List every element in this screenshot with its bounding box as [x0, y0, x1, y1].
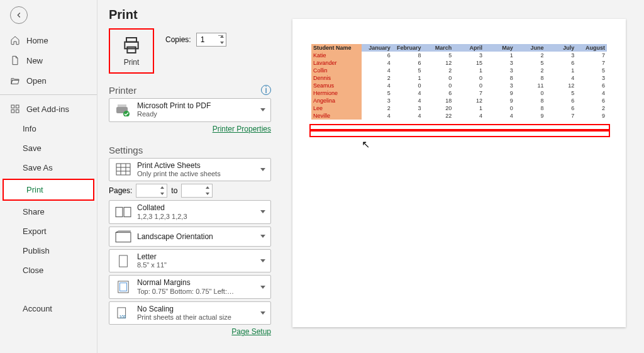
svg-rect-2: [11, 109, 14, 113]
value-cell: 0: [453, 74, 484, 82]
nav-home[interactable]: Home: [0, 30, 97, 50]
svg-rect-6: [127, 47, 135, 53]
nav-export[interactable]: Export: [0, 221, 97, 241]
value-cell: 6: [392, 59, 423, 67]
chevron-up-icon[interactable]: [220, 35, 224, 38]
value-cell: 15: [453, 59, 484, 67]
margins-dropdown[interactable]: Normal Margins Top: 0.75" Bottom: 0.75" …: [109, 275, 271, 299]
nav-info[interactable]: Info: [0, 119, 97, 138]
value-cell: 5: [546, 89, 577, 97]
value-cell: 2: [362, 104, 392, 112]
table-row: Collin45213215: [311, 67, 607, 74]
value-cell: 3: [576, 74, 607, 82]
info-icon[interactable]: i: [261, 85, 271, 95]
printer-status-icon: [114, 103, 132, 117]
value-cell: 1: [453, 67, 484, 74]
printer-properties-link[interactable]: Printer Properties: [213, 125, 271, 133]
table-row: Dennis21008843: [311, 74, 607, 82]
printer-dropdown[interactable]: Microsoft Print to PDF Ready: [109, 98, 271, 122]
nav-share[interactable]: Share: [0, 202, 97, 221]
value-cell: 12: [546, 82, 577, 89]
highlight-row-2: [309, 130, 610, 137]
preview-table: Student NameJanuaryFebruaryMarchAprilMay…: [311, 44, 607, 120]
pages-to-input[interactable]: [181, 184, 213, 198]
table-row: Seamus4000311126: [311, 82, 607, 89]
value-cell: 11: [515, 82, 546, 89]
backstage-nav: Home New Open Get Add-ins Info Save Save…: [0, 0, 97, 353]
svg-rect-11: [116, 207, 123, 216]
chevron-down-icon: [260, 235, 265, 238]
col-january: January: [362, 44, 392, 52]
value-cell: 5: [362, 89, 392, 97]
nav-save[interactable]: Save: [0, 138, 97, 158]
svg-rect-13: [116, 232, 131, 242]
value-cell: 1: [546, 67, 577, 74]
cursor-icon: ↖: [362, 138, 370, 150]
nav-close[interactable]: Close: [0, 261, 97, 280]
value-cell: 8: [484, 74, 515, 82]
nav-account[interactable]: Account: [0, 299, 97, 318]
value-cell: 18: [423, 97, 454, 104]
collate-dropdown[interactable]: Collated 1,2,3 1,2,3 1,2,3: [109, 200, 271, 224]
print-what-dropdown[interactable]: Print Active Sheets Only print the activ…: [109, 158, 271, 182]
chevron-down-icon[interactable]: [220, 42, 224, 44]
sheets-icon: [114, 162, 132, 176]
page-title: Print: [109, 8, 271, 22]
back-button[interactable]: [10, 6, 28, 24]
nav-save-as[interactable]: Save As: [0, 158, 97, 177]
student-name-cell: Neville: [311, 112, 362, 120]
table-row: Hermione54679054: [311, 89, 607, 97]
pages-range-row: Pages: to: [109, 184, 271, 198]
table-row: Angelina3418129866: [311, 97, 607, 104]
nav-publish[interactable]: Publish: [0, 241, 97, 261]
value-cell: 6: [546, 59, 577, 67]
col-august: August: [576, 44, 607, 52]
value-cell: 5: [576, 67, 607, 74]
value-cell: 6: [576, 97, 607, 104]
nav-label: Share: [23, 207, 45, 216]
nav-label: Publish: [23, 246, 50, 255]
nav-label: Open: [26, 76, 47, 86]
value-cell: 2: [362, 74, 392, 82]
arrow-left-icon: [14, 11, 23, 20]
value-cell: 1: [484, 52, 515, 59]
col-student-name: Student Name: [311, 44, 362, 52]
value-cell: 2: [515, 52, 546, 59]
value-cell: 4: [362, 59, 392, 67]
value-cell: 4: [392, 89, 423, 97]
pages-from-input[interactable]: [136, 184, 167, 198]
margins-icon: [114, 280, 132, 294]
value-cell: 0: [515, 89, 546, 97]
value-cell: 4: [576, 89, 607, 97]
nav-label: Print: [26, 185, 43, 194]
student-name-cell: Hermione: [311, 89, 362, 97]
orientation-dropdown[interactable]: Landscape Orientation: [109, 227, 271, 247]
nav-label: Info: [23, 124, 36, 133]
copies-input[interactable]: 1: [196, 33, 226, 47]
scaling-dropdown[interactable]: 100 No Scaling Print sheets at their act…: [109, 301, 271, 325]
student-name-cell: Lavander: [311, 59, 362, 67]
pages-to-label: to: [171, 186, 177, 195]
value-cell: 6: [362, 52, 392, 59]
value-cell: 8: [515, 104, 546, 112]
value-cell: 1: [453, 104, 484, 112]
table-row: Lee232010862: [311, 104, 607, 112]
value-cell: 12: [453, 97, 484, 104]
folder-open-icon: [10, 76, 20, 86]
nav-new[interactable]: New: [0, 50, 97, 70]
nav-label: Export: [23, 227, 47, 236]
collate-icon: [114, 205, 132, 219]
page-setup-link[interactable]: Page Setup: [231, 327, 271, 336]
nav-label: Save: [23, 143, 42, 153]
nav-get-addins[interactable]: Get Add-ins: [0, 99, 97, 119]
paper-size-dropdown[interactable]: Letter 8.5" x 11": [109, 249, 271, 273]
value-cell: 4: [484, 112, 515, 120]
value-cell: 0: [423, 74, 454, 82]
chevron-down-icon: [260, 286, 265, 289]
nav-open[interactable]: Open: [0, 70, 97, 91]
col-april: April: [453, 44, 484, 52]
value-cell: 2: [576, 104, 607, 112]
print-button[interactable]: Print: [109, 28, 154, 74]
nav-print[interactable]: Print: [3, 179, 94, 201]
printer-status: Ready: [137, 110, 255, 118]
